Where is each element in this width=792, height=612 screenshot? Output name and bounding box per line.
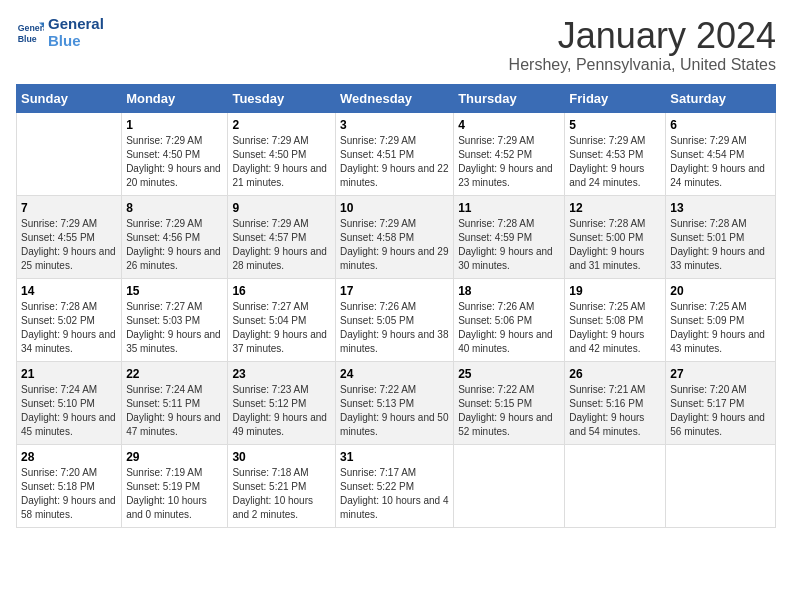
week-row-1: 1Sunrise: 7:29 AMSunset: 4:50 PMDaylight… <box>17 112 776 195</box>
calendar-cell: 1Sunrise: 7:29 AMSunset: 4:50 PMDaylight… <box>122 112 228 195</box>
svg-text:General: General <box>18 23 44 33</box>
calendar-cell: 31Sunrise: 7:17 AMSunset: 5:22 PMDayligh… <box>336 444 454 527</box>
day-info: Sunrise: 7:19 AMSunset: 5:19 PMDaylight:… <box>126 466 223 522</box>
calendar-cell <box>666 444 776 527</box>
header: General Blue General Blue January 2024 H… <box>16 16 776 74</box>
day-number: 2 <box>232 118 331 132</box>
day-number: 15 <box>126 284 223 298</box>
calendar-cell: 30Sunrise: 7:18 AMSunset: 5:21 PMDayligh… <box>228 444 336 527</box>
day-number: 14 <box>21 284 117 298</box>
week-row-4: 21Sunrise: 7:24 AMSunset: 5:10 PMDayligh… <box>17 361 776 444</box>
week-row-3: 14Sunrise: 7:28 AMSunset: 5:02 PMDayligh… <box>17 278 776 361</box>
calendar-cell: 13Sunrise: 7:28 AMSunset: 5:01 PMDayligh… <box>666 195 776 278</box>
day-info: Sunrise: 7:29 AMSunset: 4:53 PMDaylight:… <box>569 134 661 190</box>
day-number: 7 <box>21 201 117 215</box>
day-info: Sunrise: 7:29 AMSunset: 4:50 PMDaylight:… <box>126 134 223 190</box>
day-info: Sunrise: 7:21 AMSunset: 5:16 PMDaylight:… <box>569 383 661 439</box>
day-info: Sunrise: 7:27 AMSunset: 5:03 PMDaylight:… <box>126 300 223 356</box>
calendar-cell: 23Sunrise: 7:23 AMSunset: 5:12 PMDayligh… <box>228 361 336 444</box>
calendar-header: SundayMondayTuesdayWednesdayThursdayFrid… <box>17 84 776 112</box>
calendar-table: SundayMondayTuesdayWednesdayThursdayFrid… <box>16 84 776 528</box>
day-number: 31 <box>340 450 449 464</box>
calendar-cell: 29Sunrise: 7:19 AMSunset: 5:19 PMDayligh… <box>122 444 228 527</box>
day-number: 17 <box>340 284 449 298</box>
day-number: 27 <box>670 367 771 381</box>
calendar-cell: 14Sunrise: 7:28 AMSunset: 5:02 PMDayligh… <box>17 278 122 361</box>
calendar-cell: 5Sunrise: 7:29 AMSunset: 4:53 PMDaylight… <box>565 112 666 195</box>
calendar-cell: 20Sunrise: 7:25 AMSunset: 5:09 PMDayligh… <box>666 278 776 361</box>
day-info: Sunrise: 7:29 AMSunset: 4:56 PMDaylight:… <box>126 217 223 273</box>
day-number: 16 <box>232 284 331 298</box>
day-info: Sunrise: 7:20 AMSunset: 5:18 PMDaylight:… <box>21 466 117 522</box>
calendar-body: 1Sunrise: 7:29 AMSunset: 4:50 PMDaylight… <box>17 112 776 527</box>
svg-text:Blue: Blue <box>18 33 37 43</box>
day-info: Sunrise: 7:29 AMSunset: 4:51 PMDaylight:… <box>340 134 449 190</box>
main-title: January 2024 <box>509 16 776 56</box>
calendar-cell <box>17 112 122 195</box>
day-number: 11 <box>458 201 560 215</box>
day-info: Sunrise: 7:17 AMSunset: 5:22 PMDaylight:… <box>340 466 449 522</box>
title-block: January 2024 Hershey, Pennsylvania, Unit… <box>509 16 776 74</box>
day-number: 21 <box>21 367 117 381</box>
calendar-cell: 8Sunrise: 7:29 AMSunset: 4:56 PMDaylight… <box>122 195 228 278</box>
day-info: Sunrise: 7:23 AMSunset: 5:12 PMDaylight:… <box>232 383 331 439</box>
day-number: 18 <box>458 284 560 298</box>
calendar-cell: 10Sunrise: 7:29 AMSunset: 4:58 PMDayligh… <box>336 195 454 278</box>
day-number: 22 <box>126 367 223 381</box>
calendar-cell <box>565 444 666 527</box>
logo-line1: General <box>48 16 104 33</box>
day-info: Sunrise: 7:18 AMSunset: 5:21 PMDaylight:… <box>232 466 331 522</box>
day-info: Sunrise: 7:28 AMSunset: 5:01 PMDaylight:… <box>670 217 771 273</box>
calendar-cell: 26Sunrise: 7:21 AMSunset: 5:16 PMDayligh… <box>565 361 666 444</box>
calendar-cell: 16Sunrise: 7:27 AMSunset: 5:04 PMDayligh… <box>228 278 336 361</box>
day-info: Sunrise: 7:28 AMSunset: 5:00 PMDaylight:… <box>569 217 661 273</box>
logo-text: General Blue <box>48 16 104 49</box>
calendar-cell: 12Sunrise: 7:28 AMSunset: 5:00 PMDayligh… <box>565 195 666 278</box>
calendar-cell: 17Sunrise: 7:26 AMSunset: 5:05 PMDayligh… <box>336 278 454 361</box>
day-number: 30 <box>232 450 331 464</box>
day-number: 5 <box>569 118 661 132</box>
day-info: Sunrise: 7:29 AMSunset: 4:54 PMDaylight:… <box>670 134 771 190</box>
day-number: 24 <box>340 367 449 381</box>
header-day-monday: Monday <box>122 84 228 112</box>
calendar-cell: 9Sunrise: 7:29 AMSunset: 4:57 PMDaylight… <box>228 195 336 278</box>
day-info: Sunrise: 7:24 AMSunset: 5:11 PMDaylight:… <box>126 383 223 439</box>
day-number: 4 <box>458 118 560 132</box>
day-number: 9 <box>232 201 331 215</box>
day-number: 20 <box>670 284 771 298</box>
calendar-cell: 25Sunrise: 7:22 AMSunset: 5:15 PMDayligh… <box>454 361 565 444</box>
day-number: 10 <box>340 201 449 215</box>
logo-line2: Blue <box>48 33 104 50</box>
day-info: Sunrise: 7:26 AMSunset: 5:05 PMDaylight:… <box>340 300 449 356</box>
day-number: 25 <box>458 367 560 381</box>
calendar-cell: 3Sunrise: 7:29 AMSunset: 4:51 PMDaylight… <box>336 112 454 195</box>
calendar-cell: 11Sunrise: 7:28 AMSunset: 4:59 PMDayligh… <box>454 195 565 278</box>
day-info: Sunrise: 7:29 AMSunset: 4:57 PMDaylight:… <box>232 217 331 273</box>
subtitle: Hershey, Pennsylvania, United States <box>509 56 776 74</box>
calendar-cell: 2Sunrise: 7:29 AMSunset: 4:50 PMDaylight… <box>228 112 336 195</box>
day-number: 28 <box>21 450 117 464</box>
calendar-cell: 27Sunrise: 7:20 AMSunset: 5:17 PMDayligh… <box>666 361 776 444</box>
day-info: Sunrise: 7:26 AMSunset: 5:06 PMDaylight:… <box>458 300 560 356</box>
week-row-5: 28Sunrise: 7:20 AMSunset: 5:18 PMDayligh… <box>17 444 776 527</box>
header-day-tuesday: Tuesday <box>228 84 336 112</box>
calendar-cell: 28Sunrise: 7:20 AMSunset: 5:18 PMDayligh… <box>17 444 122 527</box>
day-number: 23 <box>232 367 331 381</box>
day-number: 1 <box>126 118 223 132</box>
day-info: Sunrise: 7:25 AMSunset: 5:08 PMDaylight:… <box>569 300 661 356</box>
day-number: 3 <box>340 118 449 132</box>
calendar-cell: 24Sunrise: 7:22 AMSunset: 5:13 PMDayligh… <box>336 361 454 444</box>
calendar-cell: 7Sunrise: 7:29 AMSunset: 4:55 PMDaylight… <box>17 195 122 278</box>
day-info: Sunrise: 7:29 AMSunset: 4:50 PMDaylight:… <box>232 134 331 190</box>
day-info: Sunrise: 7:25 AMSunset: 5:09 PMDaylight:… <box>670 300 771 356</box>
header-day-sunday: Sunday <box>17 84 122 112</box>
calendar-cell: 18Sunrise: 7:26 AMSunset: 5:06 PMDayligh… <box>454 278 565 361</box>
logo: General Blue General Blue <box>16 16 104 49</box>
day-info: Sunrise: 7:29 AMSunset: 4:52 PMDaylight:… <box>458 134 560 190</box>
day-info: Sunrise: 7:29 AMSunset: 4:58 PMDaylight:… <box>340 217 449 273</box>
calendar-cell: 6Sunrise: 7:29 AMSunset: 4:54 PMDaylight… <box>666 112 776 195</box>
day-number: 8 <box>126 201 223 215</box>
day-number: 26 <box>569 367 661 381</box>
calendar-cell <box>454 444 565 527</box>
day-number: 6 <box>670 118 771 132</box>
